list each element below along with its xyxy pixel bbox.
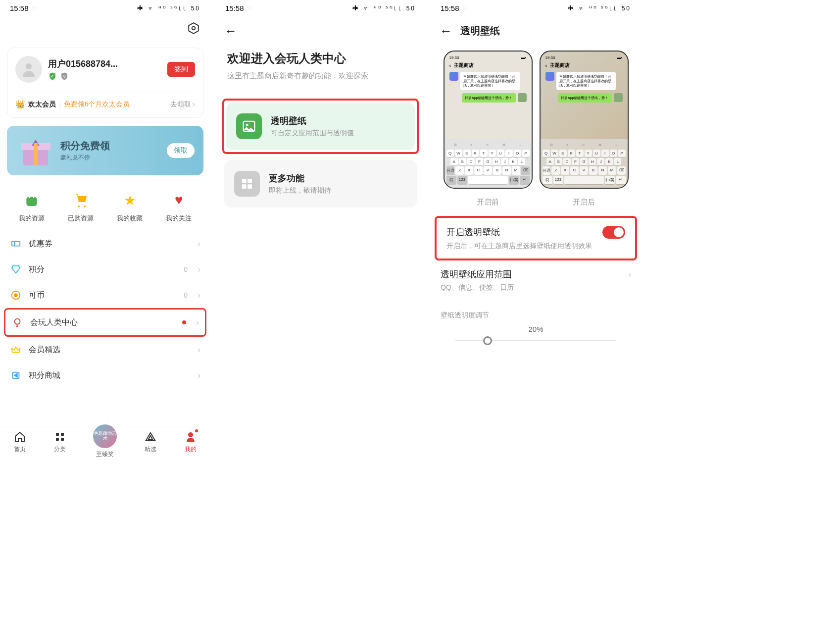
svg-rect-23 xyxy=(242,184,247,189)
setting-scope[interactable]: 透明壁纸应用范围 › QQ、信息、便签、日历 xyxy=(431,260,641,300)
nav-home[interactable]: 首页 xyxy=(13,430,26,459)
nav-category[interactable]: 分类 xyxy=(53,430,66,459)
menu-coupon[interactable]: 优惠券 › xyxy=(7,231,203,257)
preview-labels: 开启前 开启后 xyxy=(431,194,641,216)
menu-value: 0 xyxy=(184,291,188,299)
opacity-slider[interactable] xyxy=(455,340,616,341)
chevron-right-icon: › xyxy=(192,99,195,109)
menu-premium[interactable]: 会员精选 › xyxy=(7,337,203,363)
chevron-right-icon: › xyxy=(198,345,200,355)
status-time: 15:58 xyxy=(441,4,459,12)
nav-label: 分类 xyxy=(54,445,66,454)
menu-points[interactable]: 积分 0 › xyxy=(7,257,203,282)
chat-msg: 好多App都能用这个壁纸，赞！ xyxy=(558,93,611,103)
preview-time: 19:30 xyxy=(545,55,555,60)
page-title: 透明壁纸 xyxy=(460,24,500,38)
nav-mine[interactable]: 我的 xyxy=(184,430,197,459)
svg-rect-9 xyxy=(12,241,20,246)
username[interactable]: 用户015688784... xyxy=(48,58,161,70)
coin-icon xyxy=(10,289,22,301)
status-time: 15:58 xyxy=(10,4,29,12)
feature-title: 透明壁纸 xyxy=(271,115,354,127)
svg-rect-24 xyxy=(247,184,252,189)
svg-rect-17 xyxy=(61,438,64,441)
back-icon: ‹ xyxy=(545,63,547,68)
nav-label: 我的 xyxy=(185,445,197,454)
quick-favorites[interactable]: ★ 我的收藏 xyxy=(117,191,143,223)
svg-point-11 xyxy=(14,294,17,297)
chevron-right-icon: › xyxy=(198,370,200,381)
feature-title: 更多功能 xyxy=(269,172,331,184)
signin-button[interactable]: 签到 xyxy=(167,62,195,77)
chat-msg: 主题商店上线透明壁纸功能啦！开启开关，在主题商店选择喜欢的壁纸，就可以设置啦！ xyxy=(556,72,616,90)
shield-green-icon xyxy=(48,72,57,81)
back-button[interactable]: ← xyxy=(440,23,452,39)
keyboard-preview: ⊞≡☺⚙⌄ QWERTYUIOP ASDFGHJKL 分词ZXCVBNM⌫ 符1… xyxy=(445,139,532,188)
image-icon xyxy=(236,113,262,139)
label-before: 开启前 xyxy=(477,198,499,207)
svg-rect-7 xyxy=(34,143,38,165)
ticket-icon xyxy=(10,238,22,250)
feature-transparent-wallpaper[interactable]: 透明壁纸 可自定义应用范围与透明值 xyxy=(226,103,415,150)
opacity-label: 壁纸透明度调节 xyxy=(441,311,631,320)
preview-time: 19:30 xyxy=(449,55,459,60)
status-icons: ✱ ᯤ ᴴᴰ ⁵ᴳ꜖꜖ 50 xyxy=(352,5,416,12)
gear-icon xyxy=(187,21,200,35)
menu-list: 优惠券 › 积分 0 › 可币 0 › 会玩人类中心 › 会员精选 › xyxy=(0,231,210,388)
home-icon xyxy=(13,430,26,443)
setting-subtitle: QQ、信息、便签、日历 xyxy=(441,283,631,292)
preview-signal-icon: ▬▪ xyxy=(617,55,623,60)
star-icon: ★ xyxy=(121,191,139,209)
claim-button[interactable]: 领取 xyxy=(167,143,195,158)
menu-play-center[interactable]: 会玩人类中心 › xyxy=(4,308,206,337)
opacity-value: 20% xyxy=(441,325,631,333)
svg-point-18 xyxy=(188,432,193,437)
chat-msg: 主题商店上线透明壁纸功能啦！开启开关，在主题商店选择喜欢的壁纸，就可以设置啦！ xyxy=(460,72,520,90)
triangle-icon xyxy=(144,430,157,443)
diamond-icon xyxy=(10,263,22,275)
svg-rect-14 xyxy=(56,433,59,436)
quick-grid: 我的资源 已购资源 ★ 我的收藏 ♥ 我的关注 xyxy=(0,183,210,231)
gift-box-icon xyxy=(16,131,55,170)
award-icon: 色彩律动艺术 xyxy=(93,424,117,448)
settings-button[interactable] xyxy=(0,16,210,43)
person-icon xyxy=(184,430,197,443)
setting-enable[interactable]: 开启透明壁纸 开启后，可在主题商店里选择壁纸使用透明效果 xyxy=(437,218,635,259)
svg-rect-16 xyxy=(56,438,59,441)
header-row: ← 透明壁纸 xyxy=(431,16,641,46)
label-after: 开启后 xyxy=(573,198,595,207)
nav-featured[interactable]: 精选 xyxy=(144,430,157,459)
quick-purchased[interactable]: 已购资源 xyxy=(68,191,94,223)
welcome-block: 欢迎进入会玩人类中心 这里有主题商店新奇有趣的功能，欢迎探索 xyxy=(215,46,426,93)
member-row[interactable]: 👑 欢太会员 | 免费领6个月欢太会员 去领取 › xyxy=(15,92,195,109)
chevron-right-icon: › xyxy=(196,317,199,328)
feature-more: 更多功能 即将上线，敬请期待 xyxy=(224,160,417,207)
svg-point-20 xyxy=(246,124,248,126)
phone-screen-1: 15:58♡ ✱ ᯤ ᴴᴰ ⁵ᴳ꜖꜖ 50 用户015688784... V 签… xyxy=(0,0,210,466)
user-card: 用户015688784... V 签到 👑 欢太会员 | 免费领6个月欢太会员 … xyxy=(7,48,203,118)
chevron-right-icon: › xyxy=(198,290,200,301)
quick-my-resources[interactable]: 我的资源 xyxy=(19,191,45,223)
mall-icon xyxy=(10,369,22,381)
back-button[interactable]: ← xyxy=(215,16,426,46)
quick-label: 已购资源 xyxy=(68,214,94,223)
preview-after: 19:30▬▪ ‹主题商店 主题商店上线透明壁纸功能啦！开启开关，在主题商店选择… xyxy=(540,51,629,189)
slider-handle-icon[interactable] xyxy=(483,336,492,345)
svg-rect-21 xyxy=(242,179,247,183)
setting-opacity: 壁纸透明度调节 20% xyxy=(431,300,641,356)
svg-rect-22 xyxy=(247,179,252,183)
points-banner[interactable]: 积分免费领 豪礼兑不停 领取 xyxy=(7,126,203,175)
status-time: 15:58 xyxy=(225,4,244,12)
menu-points-mall[interactable]: 积分商城 › xyxy=(7,363,203,388)
avatar[interactable] xyxy=(15,56,42,83)
points-title: 积分免费领 xyxy=(60,139,167,153)
nav-award[interactable]: 色彩律动艺术 至臻奖 xyxy=(93,430,117,459)
menu-coin[interactable]: 可币 0 › xyxy=(7,282,203,308)
status-icons: ✱ ᯤ ᴴᴰ ⁵ᴳ꜖꜖ 50 xyxy=(568,5,631,12)
bulb-icon xyxy=(11,316,23,328)
quick-follow[interactable]: ♥ 我的关注 xyxy=(166,191,192,223)
nav-label: 至臻奖 xyxy=(96,450,114,459)
highlight-annotation: 透明壁纸 可自定义应用范围与透明值 xyxy=(222,99,419,154)
svg-point-2 xyxy=(26,63,32,69)
toggle-switch[interactable] xyxy=(602,226,625,239)
